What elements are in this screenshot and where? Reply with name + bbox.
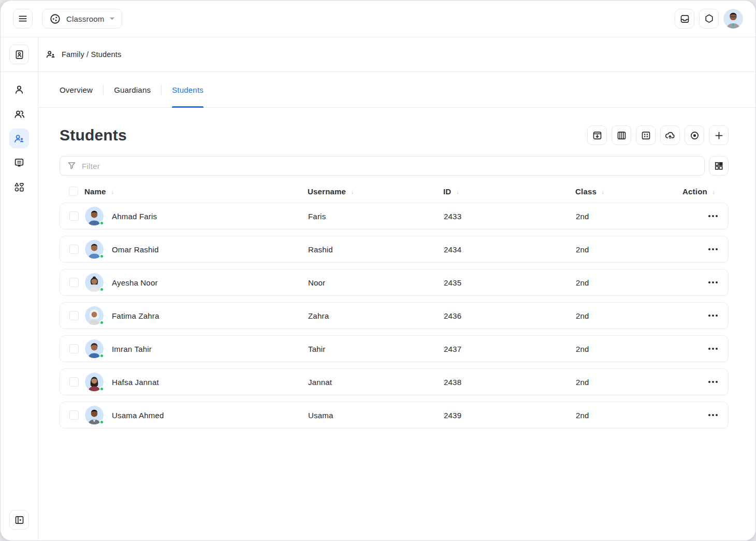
- columns-button[interactable]: [612, 125, 631, 145]
- student-id: 2439: [444, 411, 576, 420]
- grid-cells-button[interactable]: [636, 125, 656, 145]
- select-all-checkbox[interactable]: [69, 187, 78, 196]
- user-avatar[interactable]: [723, 9, 743, 29]
- table-row[interactable]: Fatima Zahra Zahra 2436 2nd: [60, 302, 729, 329]
- online-status-dot: [99, 320, 104, 325]
- table-row[interactable]: Usama Ahmed Usama 2439 2nd: [60, 402, 729, 429]
- sidebar-item-people[interactable]: [9, 104, 29, 124]
- sort-icon[interactable]: ↓: [712, 188, 716, 195]
- table-row[interactable]: Omar Rashid Rashid 2434 2nd: [60, 236, 729, 263]
- grid-cells-icon: [641, 130, 651, 141]
- student-class: 2nd: [576, 411, 683, 420]
- layout-grid-button[interactable]: [709, 156, 729, 176]
- tab-overview[interactable]: Overview: [60, 72, 93, 107]
- online-status-dot: [99, 420, 104, 424]
- student-avatar: [85, 339, 104, 358]
- breadcrumb-bar: Family / Students: [38, 37, 755, 72]
- tab-divider: [103, 84, 104, 95]
- online-status-dot: [99, 287, 104, 292]
- student-avatar: [85, 306, 104, 325]
- hamburger-menu-icon: [18, 13, 28, 24]
- sort-icon[interactable]: ↓: [111, 188, 114, 195]
- tab-divider: [161, 84, 162, 95]
- student-name: Imran Tahir: [112, 345, 152, 353]
- column-header-class[interactable]: Class↓: [575, 187, 682, 196]
- student-name: Hafsa Jannat: [112, 378, 159, 387]
- sidebar: [1, 37, 38, 541]
- sidebar-expand-button[interactable]: [9, 510, 29, 530]
- shapes-icon: [13, 181, 25, 193]
- sort-icon[interactable]: ↓: [456, 188, 459, 195]
- row-checkbox[interactable]: [69, 278, 79, 287]
- row-actions-button[interactable]: [707, 244, 719, 254]
- add-button[interactable]: [709, 125, 729, 145]
- inbox-button[interactable]: [675, 9, 694, 29]
- row-actions-button[interactable]: [707, 310, 719, 321]
- record-icon: [689, 130, 700, 141]
- sidebar-item-students-active[interactable]: [9, 129, 29, 148]
- row-checkbox[interactable]: [69, 311, 79, 320]
- sort-icon[interactable]: ↓: [601, 188, 605, 195]
- notifications-icon: [704, 13, 715, 24]
- online-status-dot: [99, 254, 104, 259]
- hamburger-menu-button[interactable]: [13, 9, 33, 29]
- student-id: 2436: [444, 311, 576, 320]
- student-class: 2nd: [576, 245, 683, 254]
- breadcrumb-people-icon: [46, 49, 56, 60]
- filter-input[interactable]: [60, 156, 705, 176]
- row-actions-button[interactable]: [707, 410, 719, 420]
- student-username: Zahra: [308, 311, 444, 320]
- column-header-action[interactable]: Action↓: [682, 187, 719, 196]
- tab-students[interactable]: Students: [172, 72, 203, 107]
- student-name: Ahmad Faris: [112, 212, 157, 221]
- sidebar-item-id-badge[interactable]: [9, 45, 29, 64]
- column-header-id[interactable]: ID↓: [443, 187, 575, 196]
- student-name: Ayesha Noor: [112, 278, 158, 287]
- student-class: 2nd: [576, 278, 683, 287]
- student-class: 2nd: [576, 378, 683, 387]
- table-row[interactable]: Imran Tahir Tahir 2437 2nd: [60, 335, 729, 362]
- column-header-name[interactable]: Name↓: [84, 187, 308, 196]
- sidebar-item-categories[interactable]: [9, 177, 29, 197]
- add-icon: [714, 130, 724, 141]
- student-name: Fatima Zahra: [112, 311, 159, 320]
- cloud-upload-button[interactable]: [660, 125, 680, 145]
- row-actions-button[interactable]: [707, 377, 719, 387]
- row-checkbox[interactable]: [69, 410, 79, 420]
- row-checkbox[interactable]: [69, 211, 79, 221]
- student-id: 2434: [444, 245, 576, 254]
- student-username: Noor: [308, 278, 444, 287]
- table-row[interactable]: Hafsa Jannat Jannat 2438 2nd: [60, 368, 729, 395]
- student-id: 2433: [444, 212, 576, 221]
- student-class: 2nd: [576, 212, 683, 221]
- sort-icon[interactable]: ↓: [351, 188, 354, 195]
- inbox-icon: [679, 13, 690, 24]
- top-bar: Classroom: [1, 1, 755, 37]
- student-name: Omar Rashid: [112, 245, 159, 254]
- table-row[interactable]: Ahmad Faris Faris 2433 2nd: [60, 203, 729, 230]
- sidebar-item-person[interactable]: [9, 80, 29, 99]
- table-header: Name↓ Username↓ ID↓ Class↓ Action↓: [60, 180, 729, 203]
- sidebar-item-board[interactable]: [9, 153, 29, 173]
- row-checkbox[interactable]: [69, 344, 79, 353]
- table-row[interactable]: Ayesha Noor Noor 2435 2nd: [60, 269, 729, 296]
- row-checkbox[interactable]: [69, 245, 79, 254]
- row-actions-button[interactable]: [707, 277, 719, 288]
- row-checkbox[interactable]: [69, 377, 79, 387]
- row-actions-button[interactable]: [707, 344, 719, 354]
- student-avatar: [85, 207, 104, 225]
- column-header-username[interactable]: Username↓: [308, 187, 443, 196]
- table-toolbar: [587, 125, 729, 145]
- app-switcher-dropdown[interactable]: Classroom: [42, 9, 122, 29]
- export-button[interactable]: [587, 125, 607, 145]
- record-button[interactable]: [685, 125, 704, 145]
- row-actions-button[interactable]: [707, 211, 719, 221]
- person-icon: [13, 84, 25, 95]
- user-photo: [723, 9, 743, 29]
- student-class: 2nd: [576, 311, 683, 320]
- notifications-button[interactable]: [699, 9, 719, 29]
- tab-guardians[interactable]: Guardians: [114, 72, 151, 107]
- student-username: Jannat: [308, 378, 444, 387]
- student-avatar: [85, 240, 104, 259]
- student-class: 2nd: [576, 345, 683, 353]
